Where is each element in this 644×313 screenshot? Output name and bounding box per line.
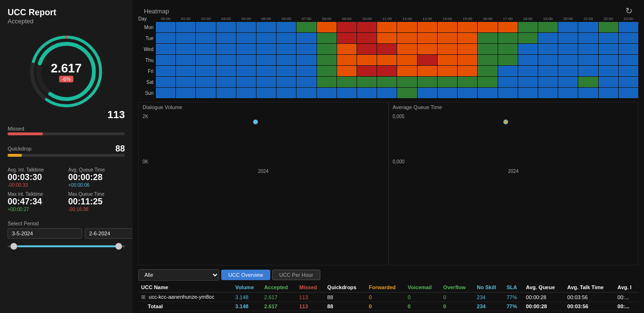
heatmap-cell	[317, 33, 337, 43]
heatmap-cell	[578, 44, 598, 54]
heatmap-cell	[357, 66, 377, 76]
heatmap-hour-label: 04:00	[236, 16, 256, 21]
th-no-skill[interactable]: No Skill	[474, 283, 503, 293]
heatmap-cell	[578, 55, 598, 65]
heatmap-cell	[518, 33, 538, 43]
heatmap-cell	[337, 33, 357, 43]
cell-totaal-avgqueue: 00:00:28	[523, 302, 564, 311]
table-area: Alle UCC Overview UCC Per Hour UCC Name …	[133, 267, 644, 313]
heatmap-cell	[599, 22, 618, 32]
heatmap-cell	[418, 33, 437, 43]
heatmap-cell	[558, 44, 578, 54]
heatmap-cell	[498, 44, 518, 54]
heatmap-cell	[256, 44, 276, 54]
aqt-x-label: 2024	[508, 169, 519, 174]
cell-noskill: 234	[474, 293, 503, 302]
th-avg-talk-time[interactable]: Avg. Talk Time	[564, 283, 614, 293]
th-quickdrops[interactable]: Quickdrops	[325, 283, 366, 293]
th-ucc-name[interactable]: UCC Name	[138, 283, 233, 293]
heatmap-cell	[296, 44, 316, 54]
heatmap-cell	[317, 22, 337, 32]
main-content: Heatmap ↻ Day00:0001:0002:0003:0004:0005…	[133, 0, 644, 313]
th-accepted[interactable]: Accepted	[261, 283, 296, 293]
heatmap-cell	[216, 88, 236, 98]
cell-totaal-quickdrops: 88	[325, 302, 366, 311]
th-voicemail[interactable]: Voicemail	[405, 283, 440, 293]
heatmap-cell	[538, 33, 558, 43]
dialogue-volume-chart: 2K 0K 2024	[139, 112, 388, 174]
heatmap-hour-label: 19:00	[538, 16, 558, 21]
dropdown-alle[interactable]: Alle	[138, 269, 219, 281]
heatmap-cell	[418, 66, 437, 76]
heatmap-cell	[599, 66, 618, 76]
slider-thumb-left[interactable]	[10, 243, 17, 250]
heatmap-hour-label: 12:00	[397, 16, 417, 21]
heatmap-cell	[397, 88, 417, 98]
heatmap-cell	[438, 33, 457, 43]
th-overflow[interactable]: Overflow	[440, 283, 474, 293]
donut-value: 2.617	[51, 61, 82, 76]
heatmap-cell	[418, 55, 437, 65]
heatmap-cell	[256, 66, 276, 76]
heatmap-cell	[317, 44, 337, 54]
cell-totaal-noskill: 234	[474, 302, 503, 311]
max-queue-time-label: Max Queue Time	[68, 192, 125, 197]
avg-int-talktime-delta: -00:00:33	[8, 182, 64, 188]
period-slider[interactable]	[8, 242, 125, 251]
heatmap-cell	[256, 88, 276, 98]
heatmap-cell	[296, 55, 316, 65]
heatmap-cell	[619, 44, 638, 54]
refresh-icon[interactable]: ↻	[625, 6, 633, 16]
tab-ucc-overview[interactable]: UCC Overview	[221, 270, 270, 280]
heatmap-cell	[296, 66, 316, 76]
heatmap-cell	[337, 66, 357, 76]
heatmap-cell	[498, 22, 518, 32]
cell-totaal-accepted: 2.617	[261, 302, 296, 311]
heatmap-cell	[418, 77, 437, 87]
start-date-input[interactable]	[8, 228, 82, 239]
heatmap-cell	[478, 44, 497, 54]
heatmap-section: Heatmap ↻ Day00:0001:0002:0003:0004:0005…	[133, 0, 644, 100]
heatmap-cell	[156, 88, 175, 98]
heatmap-hour-label: 01:00	[176, 16, 195, 21]
select-period-section: Select Period	[8, 217, 125, 251]
th-avg-queue[interactable]: Avg. Queue	[523, 283, 564, 293]
heatmap-cell	[418, 44, 437, 54]
heatmap-cell	[156, 33, 175, 43]
heatmap-cell	[578, 22, 598, 32]
th-volume[interactable]: Volume	[233, 283, 262, 293]
heatmap-cell	[276, 77, 296, 87]
donut-center: 2.617 -6%	[51, 61, 82, 82]
cell-missed: 113	[296, 293, 325, 302]
th-sla[interactable]: SLA	[504, 283, 523, 293]
slider-fill	[17, 245, 121, 247]
heatmap-cell	[317, 77, 337, 87]
heatmap-cell	[196, 88, 215, 98]
expand-btn[interactable]: ⊞	[141, 294, 145, 300]
heatmap-cell	[156, 44, 175, 54]
th-forwarded[interactable]: Forwarded	[366, 283, 405, 293]
heatmap-cell	[599, 44, 618, 54]
heatmap-cell	[498, 55, 518, 65]
heatmap-cell	[196, 22, 215, 32]
heatmap-cell	[196, 55, 215, 65]
heatmap-cell	[518, 88, 538, 98]
slider-thumb-right[interactable]	[115, 243, 122, 250]
heatmap-cell	[478, 88, 497, 98]
heatmap-cell	[357, 77, 377, 87]
tab-ucc-per-hour[interactable]: UCC Per Hour	[272, 270, 320, 280]
th-avg-i[interactable]: Avg. I	[614, 283, 638, 293]
heatmap-cell	[236, 44, 256, 54]
heatmap-hour-label: 08:00	[317, 16, 337, 21]
heatmap-day-label: Thu	[138, 55, 155, 65]
avg-int-talktime-label: Avg. Int. Talktime	[8, 167, 64, 172]
heatmap-cell	[196, 77, 215, 87]
heatmap-cell	[176, 44, 195, 54]
heatmap-cell	[397, 66, 417, 76]
missed-label: Missed	[8, 126, 24, 131]
cell-totaal-missed: 113	[296, 302, 325, 311]
th-missed[interactable]: Missed	[296, 283, 325, 293]
heatmap-cell	[377, 33, 397, 43]
avg-queue-time-block: Avg. Queue Time 00:00:28 +00:00:06	[68, 167, 125, 188]
heatmap-cell	[216, 44, 236, 54]
